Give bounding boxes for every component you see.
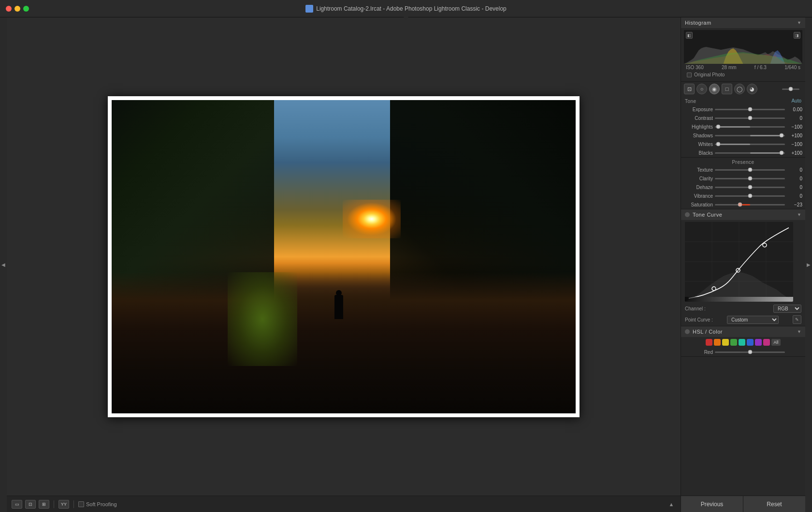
exposure-track[interactable] [715, 109, 785, 110]
exposure-thumb[interactable] [748, 107, 752, 112]
channel-select[interactable]: RGB Red Green Blue [773, 305, 801, 313]
saturation-value: −23 [787, 202, 802, 207]
blacks-fill [750, 152, 782, 154]
color-dot-orange[interactable] [714, 339, 721, 346]
histogram-svg [684, 30, 802, 64]
reset-button[interactable]: Reset [743, 496, 805, 512]
soft-proofing-toggle[interactable]: Soft Proofing [78, 501, 117, 507]
toolbar-divider-2 [73, 500, 74, 508]
color-dot-magenta[interactable] [763, 339, 770, 346]
whites-row: Whites −100 [681, 140, 805, 148]
color-dot-yellow[interactable] [722, 339, 729, 346]
tool-graduated-filter[interactable]: □ [722, 84, 732, 94]
histogram-shadows-clip[interactable]: ◧ [686, 32, 693, 39]
vibrance-label: Vibrance [684, 193, 713, 199]
histogram-right-controls: ◨ [794, 32, 800, 39]
color-dot-blue[interactable] [747, 339, 754, 346]
color-dot-red[interactable] [706, 339, 712, 346]
view-mode-button[interactable]: ▭ [12, 500, 22, 509]
highlights-thumb[interactable] [716, 125, 721, 129]
right-panel-scroll[interactable]: Histogram ▼ ◧ ◨ [681, 17, 805, 496]
channel-label: Channel : [685, 306, 706, 311]
texture-thumb[interactable] [748, 168, 752, 172]
color-all-button[interactable]: All [771, 339, 780, 346]
iso-value: ISO 360 [686, 65, 704, 70]
curve-canvas[interactable] [685, 222, 793, 302]
whites-thumb[interactable] [716, 142, 721, 146]
color-dot-aqua[interactable] [739, 339, 745, 346]
contrast-track[interactable] [715, 117, 785, 119]
curve-edit-button[interactable]: ✎ [793, 315, 801, 324]
tool-brush[interactable]: ◕ [747, 84, 757, 94]
app-title: Lightroom Catalog-2.lrcat - Adobe Photos… [305, 5, 507, 13]
presence-section: Presence Texture 0 Clarity 0 Deh [681, 158, 805, 209]
clarity-track[interactable] [715, 178, 785, 179]
blacks-track[interactable] [715, 152, 785, 154]
saturation-track[interactable] [715, 204, 785, 205]
hsl-red-thumb[interactable] [748, 350, 752, 354]
maximize-button[interactable] [23, 6, 29, 12]
point-curve-label: Point Curve : [685, 317, 713, 322]
highlights-fill [718, 126, 750, 128]
blacks-thumb[interactable] [779, 151, 783, 155]
color-dot-purple[interactable] [755, 339, 762, 346]
left-panel-toggle[interactable]: ◀ [0, 17, 7, 512]
highlights-track[interactable] [715, 126, 785, 128]
whites-value: −100 [787, 142, 802, 147]
shutter-value: 1/640 s [784, 65, 800, 70]
vibrance-thumb[interactable] [748, 194, 752, 198]
shadows-track[interactable] [715, 135, 785, 136]
saturation-label: Saturation [684, 202, 713, 207]
global-slider-thumb[interactable] [788, 87, 793, 91]
global-slider[interactable] [782, 88, 800, 90]
tone-curve-header[interactable]: Tone Curve ▼ [681, 209, 805, 220]
histogram-left-ctrl[interactable]: ◧ [686, 32, 693, 39]
zoom-button[interactable]: YY [58, 500, 69, 509]
grid-button[interactable]: ⊞ [39, 500, 49, 509]
histogram-highlights-clip[interactable]: ◨ [794, 32, 800, 39]
right-panel-toggle[interactable]: ▶ [805, 17, 812, 512]
texture-track[interactable] [715, 169, 785, 171]
close-button[interactable] [6, 6, 12, 12]
dehaze-track[interactable] [715, 187, 785, 188]
vibrance-row: Vibrance 0 [681, 191, 805, 200]
hsl-header[interactable]: HSL / Color ▼ [681, 326, 805, 337]
whites-track[interactable] [715, 144, 785, 145]
shadows-thumb[interactable] [779, 133, 783, 138]
vibrance-value: 0 [787, 193, 802, 199]
tool-red-eye[interactable]: ◉ [709, 84, 720, 94]
soft-proofing-checkbox[interactable] [78, 501, 84, 507]
contrast-thumb[interactable] [748, 116, 752, 120]
auto-button[interactable]: Auto [791, 98, 801, 103]
histogram-section: Histogram ▼ ◧ ◨ [681, 17, 805, 82]
histogram-header[interactable]: Histogram ▼ [681, 17, 805, 28]
app-icon [305, 5, 313, 13]
contrast-value: 0 [787, 116, 802, 121]
hsl-indicator [685, 329, 690, 334]
tools-row: ⊡ ○ ◉ □ ◯ ◕ [681, 82, 805, 96]
point-curve-select[interactable]: Custom Linear Medium Contrast Strong Con… [727, 316, 779, 324]
tool-spot-removal[interactable]: ○ [696, 84, 707, 94]
vibrance-track[interactable] [715, 195, 785, 197]
toolbar-expand-icon[interactable]: ▲ [667, 500, 676, 509]
window-controls [6, 6, 29, 12]
histogram-title: Histogram [685, 20, 711, 26]
original-photo-label: Original Photo [694, 72, 725, 77]
minimize-button[interactable] [14, 6, 20, 12]
clarity-row: Clarity 0 [681, 174, 805, 183]
previous-button[interactable]: Previous [681, 496, 743, 512]
clarity-thumb[interactable] [748, 176, 752, 181]
hsl-red-track[interactable] [715, 351, 785, 353]
aperture-value: f / 6.3 [754, 65, 767, 70]
dehaze-label: Dehaze [684, 185, 713, 190]
compare-button[interactable]: ⊡ [25, 500, 36, 509]
bottom-buttons: Previous Reset [681, 496, 805, 512]
hsl-title: HSL / Color [693, 329, 723, 335]
dehaze-thumb[interactable] [748, 185, 752, 190]
tool-radial-filter[interactable]: ◯ [734, 84, 745, 94]
exposure-value: 0.00 [787, 107, 802, 112]
original-photo-checkbox[interactable] [687, 73, 692, 77]
saturation-thumb[interactable] [738, 203, 742, 207]
color-dot-green[interactable] [730, 339, 737, 346]
tool-crop[interactable]: ⊡ [684, 84, 695, 94]
